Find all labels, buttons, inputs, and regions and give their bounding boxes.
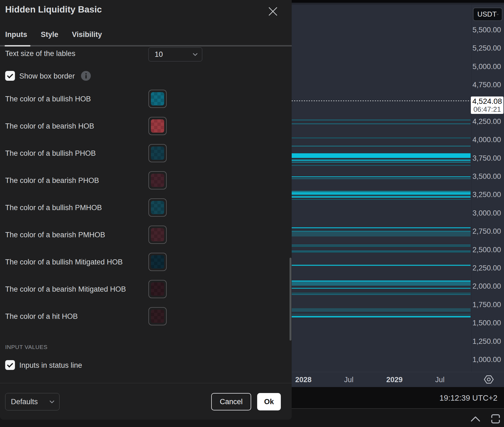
liquidity-level-line <box>292 265 471 266</box>
price-tick-label: 3,750.00 <box>472 154 501 163</box>
price-tick-label: 2,500.00 <box>472 245 501 254</box>
color-setting-row: The color of a bullish PHOB <box>0 144 292 163</box>
current-price-dotted-line <box>292 101 471 101</box>
color-swatch-button[interactable] <box>148 90 167 108</box>
liquidity-level-line <box>292 123 471 124</box>
color-setting-row: The color of a bearish PHOB <box>0 171 292 190</box>
color-swatch-button[interactable] <box>148 117 167 135</box>
color-swatch-button[interactable] <box>148 253 167 271</box>
price-tick-label: 4,750.00 <box>472 80 501 89</box>
show-box-border-checkbox[interactable] <box>5 71 15 81</box>
inputs-in-status-line-checkbox[interactable] <box>5 360 15 370</box>
tab-inputs[interactable]: Inputs <box>5 30 27 39</box>
text-size-select[interactable]: 10 <box>148 47 202 61</box>
price-tick-label: 2,000.00 <box>472 282 501 291</box>
liquidity-level-line <box>292 288 471 289</box>
defaults-label: Defaults <box>11 398 38 406</box>
color-row-label: The color of a bearish PHOB <box>5 176 99 185</box>
dialog-tabs: InputsStyleVisibility <box>5 30 102 39</box>
time-axis-label: 2029 <box>386 376 403 384</box>
price-tick-label: 3,250.00 <box>472 190 501 199</box>
color-row-label: The color of a bullish HOB <box>5 95 91 103</box>
color-swatch-button[interactable] <box>148 171 167 189</box>
color-swatch <box>151 228 164 241</box>
section-header: INPUT VALUES <box>5 344 48 350</box>
liquidity-level-line <box>292 293 471 294</box>
color-setting-row: The color of a bearish PMHOB <box>0 226 292 244</box>
color-row-label: The color of a hit HOB <box>5 312 78 321</box>
indicator-settings-dialog: Hidden Liquidity Basic InputsStyleVisibi… <box>0 0 292 420</box>
price-tick-label: 4,250.00 <box>472 117 501 126</box>
liquidity-level-line <box>292 153 471 158</box>
info-icon[interactable] <box>81 71 91 81</box>
liquidity-level-line <box>292 176 471 177</box>
text-size-value: 10 <box>155 50 163 59</box>
color-swatch-button[interactable] <box>148 307 167 325</box>
liquidity-level-line <box>292 146 471 147</box>
time-axis-label: Jul <box>344 376 354 384</box>
chevron-down-icon <box>497 13 499 16</box>
price-tick-label: 1,750.00 <box>472 300 501 309</box>
currency-label: USDT <box>477 10 497 18</box>
liquidity-level-line <box>292 314 471 314</box>
price-tick-label: 3,500.00 <box>472 172 501 181</box>
color-swatch <box>151 201 164 214</box>
price-tick-label: 1,500.00 <box>472 319 501 327</box>
color-swatch-button[interactable] <box>148 144 167 162</box>
color-swatch <box>151 282 164 296</box>
liquidity-level-line <box>292 316 471 317</box>
price-tick-label: 1,000.00 <box>472 355 501 364</box>
chevron-down-icon <box>193 53 198 56</box>
show-box-border-label: Show box border <box>19 72 75 80</box>
current-price-value: 4,524.08 <box>472 97 502 105</box>
tab-visibility[interactable]: Visibility <box>72 30 102 39</box>
price-tick-label: 5,000.00 <box>472 62 501 71</box>
dialog-title: Hidden Liquidity Basic <box>5 4 102 15</box>
liquidity-level-line <box>292 246 471 247</box>
price-tick-label: 5,500.00 <box>472 26 501 34</box>
liquidity-level-line <box>292 120 471 120</box>
liquidity-level-line <box>292 245 471 245</box>
tab-style[interactable]: Style <box>41 30 58 39</box>
color-swatch <box>151 119 164 133</box>
liquidity-level-line <box>292 178 471 179</box>
tab-divider <box>0 45 292 46</box>
checkmark-icon <box>7 361 13 368</box>
axis-settings-icon[interactable] <box>483 373 495 385</box>
currency-dropdown-button[interactable]: USDT <box>473 8 502 21</box>
liquidity-level-line <box>292 162 471 163</box>
liquidity-level-line <box>292 194 471 195</box>
color-setting-row: The color of a bullish PMHOB <box>0 198 292 217</box>
maximize-icon[interactable] <box>490 413 501 425</box>
liquidity-level-line <box>292 251 471 251</box>
close-icon[interactable] <box>267 6 278 17</box>
color-setting-row: The color of a bearish HOB <box>0 117 292 135</box>
current-price-label: 4,524.08 06:47:21 <box>471 96 503 114</box>
dialog-scrollbar-thumb[interactable] <box>290 258 291 341</box>
defaults-dropdown-button[interactable]: Defaults <box>5 393 60 410</box>
chevron-down-icon <box>49 400 54 403</box>
liquidity-level-line <box>292 252 471 253</box>
clock-text: 19:12:39 UTC+2 <box>439 394 497 403</box>
color-swatch-button[interactable] <box>148 280 167 298</box>
price-tick-label: 3,000.00 <box>472 209 501 217</box>
color-swatch <box>151 147 164 160</box>
chevron-up-icon[interactable] <box>470 415 481 422</box>
screen: 5,500.005,250.005,000.004,750.004,250.00… <box>0 0 504 427</box>
inputs-in-status-line-label: Inputs in status line <box>19 361 82 370</box>
price-tick-label: 5,250.00 <box>472 44 501 52</box>
text-size-label: Text size of the lables <box>5 49 75 58</box>
cancel-button[interactable]: Cancel <box>211 393 251 410</box>
liquidity-level-line <box>292 165 471 166</box>
color-swatch-button[interactable] <box>148 226 167 244</box>
color-swatch <box>151 255 164 269</box>
liquidity-level-line <box>292 282 471 286</box>
color-swatch <box>151 92 164 105</box>
liquidity-level-line <box>292 308 471 312</box>
price-tick-label: 4,000.00 <box>472 135 501 144</box>
color-setting-row: The color of a bearish Mitigated HOB <box>0 280 292 298</box>
color-row-label: The color of a bullish PMHOB <box>5 204 102 212</box>
ok-button[interactable]: Ok <box>257 393 281 410</box>
color-swatch-button[interactable] <box>148 198 167 217</box>
time-axis-label: Jul <box>435 376 445 384</box>
